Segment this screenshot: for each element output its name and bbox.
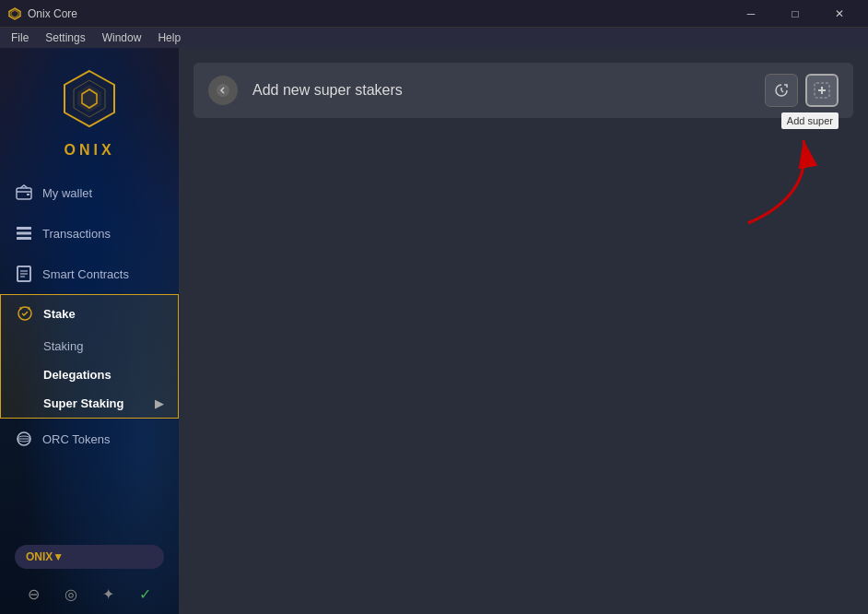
sidebar-item-wallet[interactable]: My wallet xyxy=(0,172,179,213)
sidebar-item-transactions-label: Transactions xyxy=(42,227,111,241)
wallet-selector-text: ONIX▼ xyxy=(26,550,64,563)
transactions-icon xyxy=(15,224,33,242)
history-icon xyxy=(773,82,790,99)
back-icon xyxy=(216,83,230,98)
back-button[interactable] xyxy=(208,76,238,105)
sidebar-item-super-staking[interactable]: Super Staking ▶ xyxy=(1,389,178,418)
check-button[interactable]: ✓ xyxy=(139,585,151,603)
stake-label: Stake xyxy=(43,307,76,321)
stake-section: Stake Staking Delegations Super Staking … xyxy=(0,294,179,419)
menu-file[interactable]: File xyxy=(4,30,36,46)
sidebar-content: ONIX My wallet Transactions xyxy=(0,48,179,614)
sidebar: ONIX My wallet Transactions xyxy=(0,48,179,614)
header-left: Add new super stakers xyxy=(208,76,403,105)
sidebar-item-contracts[interactable]: Smart Contracts xyxy=(0,254,179,294)
svg-point-20 xyxy=(217,84,229,97)
svg-rect-10 xyxy=(17,237,31,240)
header-actions: Add super xyxy=(765,74,839,107)
logo-area: ONIX xyxy=(0,48,179,172)
close-button[interactable]: ✕ xyxy=(818,0,861,28)
menu-help[interactable]: Help xyxy=(150,30,188,46)
sidebar-item-staking[interactable]: Staking xyxy=(1,332,178,360)
menu-settings[interactable]: Settings xyxy=(38,30,92,46)
sidebar-item-contracts-label: Smart Contracts xyxy=(42,267,129,281)
maximize-button[interactable]: □ xyxy=(774,0,816,28)
titlebar-controls: ─ □ ✕ xyxy=(730,0,861,28)
settings-button[interactable]: ✦ xyxy=(102,585,114,603)
wallet-selector[interactable]: ONIX▼ xyxy=(15,545,164,569)
sidebar-item-orc[interactable]: ORC Tokens xyxy=(0,419,179,459)
logo-text: ONIX xyxy=(64,142,114,159)
network-button[interactable]: ◎ xyxy=(65,585,77,603)
content-area: Add new super stakers xyxy=(179,48,868,614)
content-header: Add new super stakers xyxy=(194,63,853,118)
sidebar-item-transactions[interactable]: Transactions xyxy=(0,213,179,254)
contracts-icon xyxy=(15,265,33,283)
svg-marker-1 xyxy=(11,10,18,18)
sidebar-item-delegations[interactable]: Delegations xyxy=(1,360,178,389)
tooltip: Add super xyxy=(781,112,839,129)
wallet-actions: ⊖ ◎ ✦ ✓ xyxy=(0,578,179,614)
stake-icon xyxy=(16,304,34,323)
menu-window[interactable]: Window xyxy=(95,30,149,46)
svg-line-22 xyxy=(781,90,783,92)
onix-logo xyxy=(57,66,122,135)
wallet-icon xyxy=(15,183,33,202)
chevron-right-icon: ▶ xyxy=(155,397,163,410)
orc-tokens-label: ORC Tokens xyxy=(42,432,110,446)
svg-rect-7 xyxy=(27,194,29,195)
svg-rect-8 xyxy=(17,227,31,230)
app-title: Onix Core xyxy=(28,7,77,20)
main-layout: ONIX My wallet Transactions xyxy=(0,48,868,614)
super-staking-label: Super Staking xyxy=(43,396,123,410)
svg-rect-9 xyxy=(17,232,31,235)
add-icon xyxy=(814,82,830,99)
app-icon xyxy=(7,6,22,21)
titlebar-left: Onix Core xyxy=(7,6,77,21)
minimize-button[interactable]: ─ xyxy=(730,0,772,28)
header-title: Add new super stakers xyxy=(252,82,403,99)
menubar: File Settings Window Help xyxy=(0,28,868,48)
lock-button[interactable]: ⊖ xyxy=(28,585,40,603)
sidebar-bottom: ONIX▼ ⊖ ◎ ✦ ✓ xyxy=(0,536,179,614)
titlebar: Onix Core ─ □ ✕ xyxy=(0,0,868,28)
sidebar-item-wallet-label: My wallet xyxy=(42,186,92,200)
add-super-staker-button[interactable] xyxy=(805,74,839,107)
orc-icon xyxy=(15,430,33,448)
arrow-indicator xyxy=(721,122,831,236)
stake-header[interactable]: Stake xyxy=(1,295,178,332)
history-button[interactable] xyxy=(765,74,798,107)
svg-rect-6 xyxy=(17,188,31,199)
